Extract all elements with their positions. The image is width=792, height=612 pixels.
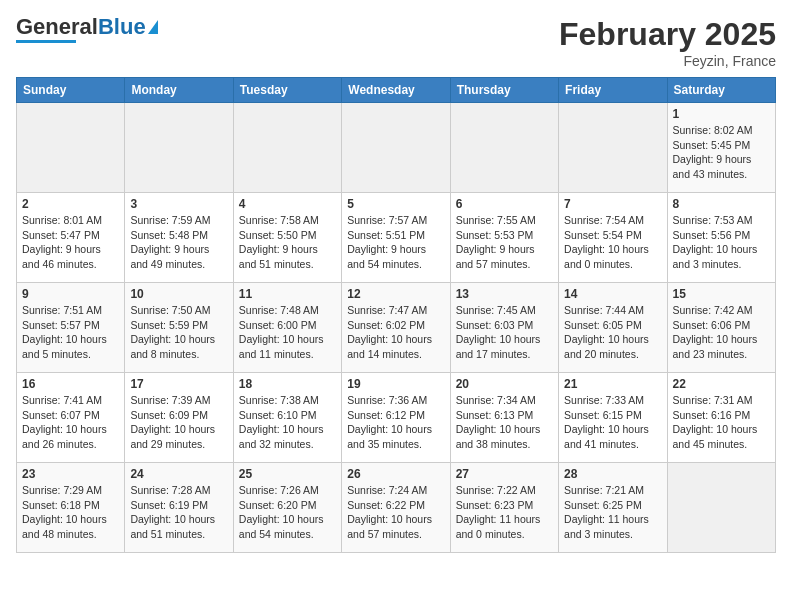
- calendar-week-row: 2Sunrise: 8:01 AM Sunset: 5:47 PM Daylig…: [17, 193, 776, 283]
- day-number: 12: [347, 287, 444, 301]
- calendar-cell: 28Sunrise: 7:21 AM Sunset: 6:25 PM Dayli…: [559, 463, 667, 553]
- calendar-cell: 1Sunrise: 8:02 AM Sunset: 5:45 PM Daylig…: [667, 103, 775, 193]
- day-info: Sunrise: 7:29 AM Sunset: 6:18 PM Dayligh…: [22, 483, 119, 542]
- calendar-cell: 7Sunrise: 7:54 AM Sunset: 5:54 PM Daylig…: [559, 193, 667, 283]
- day-number: 2: [22, 197, 119, 211]
- day-info: Sunrise: 7:31 AM Sunset: 6:16 PM Dayligh…: [673, 393, 770, 452]
- calendar-week-row: 16Sunrise: 7:41 AM Sunset: 6:07 PM Dayli…: [17, 373, 776, 463]
- page-header: GeneralBlue February 2025 Feyzin, France: [16, 16, 776, 69]
- day-number: 4: [239, 197, 336, 211]
- day-info: Sunrise: 8:02 AM Sunset: 5:45 PM Dayligh…: [673, 123, 770, 182]
- calendar-day-header: Wednesday: [342, 78, 450, 103]
- calendar-cell: 3Sunrise: 7:59 AM Sunset: 5:48 PM Daylig…: [125, 193, 233, 283]
- day-number: 11: [239, 287, 336, 301]
- day-info: Sunrise: 7:24 AM Sunset: 6:22 PM Dayligh…: [347, 483, 444, 542]
- day-number: 7: [564, 197, 661, 211]
- day-number: 18: [239, 377, 336, 391]
- day-number: 1: [673, 107, 770, 121]
- day-number: 22: [673, 377, 770, 391]
- day-info: Sunrise: 7:39 AM Sunset: 6:09 PM Dayligh…: [130, 393, 227, 452]
- month-title: February 2025: [559, 16, 776, 53]
- calendar-day-header: Monday: [125, 78, 233, 103]
- day-info: Sunrise: 7:36 AM Sunset: 6:12 PM Dayligh…: [347, 393, 444, 452]
- day-info: Sunrise: 7:45 AM Sunset: 6:03 PM Dayligh…: [456, 303, 553, 362]
- day-info: Sunrise: 7:33 AM Sunset: 6:15 PM Dayligh…: [564, 393, 661, 452]
- calendar-day-header: Thursday: [450, 78, 558, 103]
- day-number: 5: [347, 197, 444, 211]
- day-info: Sunrise: 7:38 AM Sunset: 6:10 PM Dayligh…: [239, 393, 336, 452]
- calendar-cell: 21Sunrise: 7:33 AM Sunset: 6:15 PM Dayli…: [559, 373, 667, 463]
- day-info: Sunrise: 7:48 AM Sunset: 6:00 PM Dayligh…: [239, 303, 336, 362]
- day-info: Sunrise: 7:28 AM Sunset: 6:19 PM Dayligh…: [130, 483, 227, 542]
- calendar-cell: 26Sunrise: 7:24 AM Sunset: 6:22 PM Dayli…: [342, 463, 450, 553]
- day-number: 13: [456, 287, 553, 301]
- calendar-day-header: Friday: [559, 78, 667, 103]
- calendar-cell: 2Sunrise: 8:01 AM Sunset: 5:47 PM Daylig…: [17, 193, 125, 283]
- calendar-cell: [450, 103, 558, 193]
- calendar-cell: 24Sunrise: 7:28 AM Sunset: 6:19 PM Dayli…: [125, 463, 233, 553]
- day-number: 3: [130, 197, 227, 211]
- day-info: Sunrise: 7:26 AM Sunset: 6:20 PM Dayligh…: [239, 483, 336, 542]
- calendar-day-header: Saturday: [667, 78, 775, 103]
- day-number: 17: [130, 377, 227, 391]
- calendar-cell: 11Sunrise: 7:48 AM Sunset: 6:00 PM Dayli…: [233, 283, 341, 373]
- calendar-cell: 9Sunrise: 7:51 AM Sunset: 5:57 PM Daylig…: [17, 283, 125, 373]
- calendar-cell: 4Sunrise: 7:58 AM Sunset: 5:50 PM Daylig…: [233, 193, 341, 283]
- calendar-cell: 10Sunrise: 7:50 AM Sunset: 5:59 PM Dayli…: [125, 283, 233, 373]
- day-number: 24: [130, 467, 227, 481]
- logo-triangle-icon: [148, 20, 158, 34]
- calendar-cell: 13Sunrise: 7:45 AM Sunset: 6:03 PM Dayli…: [450, 283, 558, 373]
- calendar-header-row: SundayMondayTuesdayWednesdayThursdayFrid…: [17, 78, 776, 103]
- day-info: Sunrise: 7:58 AM Sunset: 5:50 PM Dayligh…: [239, 213, 336, 272]
- calendar-week-row: 23Sunrise: 7:29 AM Sunset: 6:18 PM Dayli…: [17, 463, 776, 553]
- calendar-cell: 14Sunrise: 7:44 AM Sunset: 6:05 PM Dayli…: [559, 283, 667, 373]
- day-info: Sunrise: 7:41 AM Sunset: 6:07 PM Dayligh…: [22, 393, 119, 452]
- calendar-cell: 15Sunrise: 7:42 AM Sunset: 6:06 PM Dayli…: [667, 283, 775, 373]
- calendar-cell: 27Sunrise: 7:22 AM Sunset: 6:23 PM Dayli…: [450, 463, 558, 553]
- day-info: Sunrise: 7:59 AM Sunset: 5:48 PM Dayligh…: [130, 213, 227, 272]
- logo: GeneralBlue: [16, 16, 158, 43]
- calendar-cell: 12Sunrise: 7:47 AM Sunset: 6:02 PM Dayli…: [342, 283, 450, 373]
- day-number: 14: [564, 287, 661, 301]
- calendar-cell: [125, 103, 233, 193]
- day-number: 23: [22, 467, 119, 481]
- day-number: 20: [456, 377, 553, 391]
- day-info: Sunrise: 7:34 AM Sunset: 6:13 PM Dayligh…: [456, 393, 553, 452]
- day-number: 6: [456, 197, 553, 211]
- day-number: 27: [456, 467, 553, 481]
- day-info: Sunrise: 7:21 AM Sunset: 6:25 PM Dayligh…: [564, 483, 661, 542]
- calendar-table: SundayMondayTuesdayWednesdayThursdayFrid…: [16, 77, 776, 553]
- day-number: 28: [564, 467, 661, 481]
- day-info: Sunrise: 7:42 AM Sunset: 6:06 PM Dayligh…: [673, 303, 770, 362]
- calendar-cell: 6Sunrise: 7:55 AM Sunset: 5:53 PM Daylig…: [450, 193, 558, 283]
- day-info: Sunrise: 7:57 AM Sunset: 5:51 PM Dayligh…: [347, 213, 444, 272]
- calendar-week-row: 9Sunrise: 7:51 AM Sunset: 5:57 PM Daylig…: [17, 283, 776, 373]
- day-info: Sunrise: 7:54 AM Sunset: 5:54 PM Dayligh…: [564, 213, 661, 272]
- day-info: Sunrise: 8:01 AM Sunset: 5:47 PM Dayligh…: [22, 213, 119, 272]
- calendar-cell: 20Sunrise: 7:34 AM Sunset: 6:13 PM Dayli…: [450, 373, 558, 463]
- calendar-cell: 16Sunrise: 7:41 AM Sunset: 6:07 PM Dayli…: [17, 373, 125, 463]
- day-number: 26: [347, 467, 444, 481]
- title-block: February 2025 Feyzin, France: [559, 16, 776, 69]
- calendar-cell: [233, 103, 341, 193]
- day-number: 21: [564, 377, 661, 391]
- calendar-cell: 22Sunrise: 7:31 AM Sunset: 6:16 PM Dayli…: [667, 373, 775, 463]
- calendar-cell: [667, 463, 775, 553]
- day-number: 15: [673, 287, 770, 301]
- day-info: Sunrise: 7:53 AM Sunset: 5:56 PM Dayligh…: [673, 213, 770, 272]
- calendar-cell: 18Sunrise: 7:38 AM Sunset: 6:10 PM Dayli…: [233, 373, 341, 463]
- calendar-cell: [342, 103, 450, 193]
- calendar-cell: 25Sunrise: 7:26 AM Sunset: 6:20 PM Dayli…: [233, 463, 341, 553]
- calendar-week-row: 1Sunrise: 8:02 AM Sunset: 5:45 PM Daylig…: [17, 103, 776, 193]
- day-number: 25: [239, 467, 336, 481]
- calendar-cell: 17Sunrise: 7:39 AM Sunset: 6:09 PM Dayli…: [125, 373, 233, 463]
- calendar-cell: 19Sunrise: 7:36 AM Sunset: 6:12 PM Dayli…: [342, 373, 450, 463]
- calendar-cell: [559, 103, 667, 193]
- day-number: 19: [347, 377, 444, 391]
- day-number: 16: [22, 377, 119, 391]
- logo-underline: [16, 40, 76, 43]
- day-number: 10: [130, 287, 227, 301]
- calendar-day-header: Sunday: [17, 78, 125, 103]
- day-info: Sunrise: 7:50 AM Sunset: 5:59 PM Dayligh…: [130, 303, 227, 362]
- day-info: Sunrise: 7:55 AM Sunset: 5:53 PM Dayligh…: [456, 213, 553, 272]
